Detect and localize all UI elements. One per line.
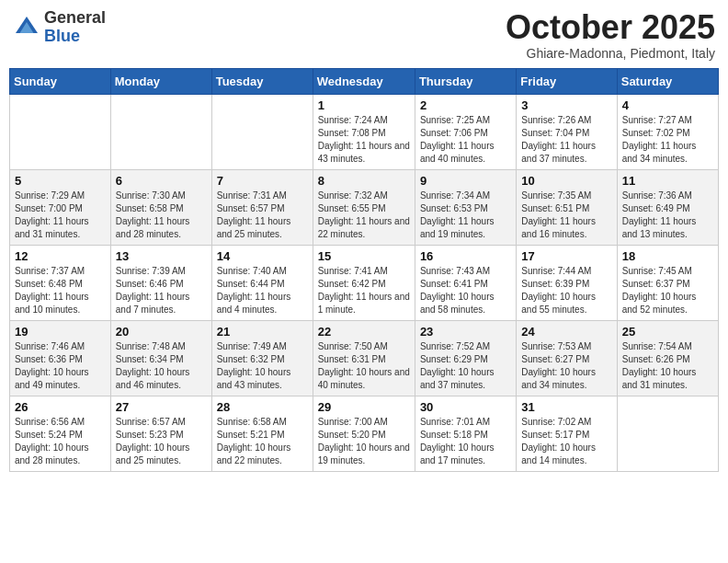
calendar-cell: 22Sunrise: 7:50 AM Sunset: 6:31 PM Dayli… — [313, 320, 415, 396]
calendar-cell: 17Sunrise: 7:44 AM Sunset: 6:39 PM Dayli… — [517, 245, 617, 320]
day-info: Sunrise: 7:30 AM Sunset: 6:58 PM Dayligh… — [116, 190, 207, 241]
weekday-header-row: SundayMondayTuesdayWednesdayThursdayFrid… — [10, 68, 719, 94]
calendar-cell: 6Sunrise: 7:30 AM Sunset: 6:58 PM Daylig… — [110, 169, 211, 245]
calendar-cell: 15Sunrise: 7:41 AM Sunset: 6:42 PM Dayli… — [313, 245, 415, 320]
title-block: October 2025 Ghiare-Madonna, Piedmont, I… — [506, 9, 715, 61]
calendar-cell: 3Sunrise: 7:26 AM Sunset: 7:04 PM Daylig… — [517, 94, 617, 169]
calendar-cell: 29Sunrise: 7:00 AM Sunset: 5:20 PM Dayli… — [313, 396, 415, 471]
day-info: Sunrise: 7:25 AM Sunset: 7:06 PM Dayligh… — [420, 114, 511, 166]
day-info: Sunrise: 7:50 AM Sunset: 6:31 PM Dayligh… — [318, 340, 410, 392]
calendar-cell — [110, 94, 211, 169]
calendar-cell: 27Sunrise: 6:57 AM Sunset: 5:23 PM Dayli… — [110, 396, 211, 471]
calendar-cell: 28Sunrise: 6:58 AM Sunset: 5:21 PM Dayli… — [211, 396, 313, 471]
day-number: 8 — [318, 174, 410, 188]
day-number: 24 — [521, 325, 611, 339]
calendar-cell: 9Sunrise: 7:34 AM Sunset: 6:53 PM Daylig… — [415, 169, 516, 245]
calendar-table: SundayMondayTuesdayWednesdayThursdayFrid… — [9, 68, 719, 472]
day-number: 17 — [521, 249, 611, 263]
location-subtitle: Ghiare-Madonna, Piedmont, Italy — [506, 46, 715, 61]
day-number: 18 — [622, 249, 713, 263]
page-header: General Blue October 2025 Ghiare-Madonna… — [9, 9, 719, 61]
week-row-5: 26Sunrise: 6:56 AM Sunset: 5:24 PM Dayli… — [10, 396, 719, 471]
calendar-cell: 16Sunrise: 7:43 AM Sunset: 6:41 PM Dayli… — [415, 245, 516, 320]
calendar-cell: 10Sunrise: 7:35 AM Sunset: 6:51 PM Dayli… — [517, 169, 617, 245]
calendar-cell: 20Sunrise: 7:48 AM Sunset: 6:34 PM Dayli… — [110, 320, 211, 396]
calendar-cell: 2Sunrise: 7:25 AM Sunset: 7:06 PM Daylig… — [415, 94, 516, 169]
day-info: Sunrise: 7:27 AM Sunset: 7:02 PM Dayligh… — [622, 114, 713, 166]
day-number: 16 — [420, 249, 511, 263]
day-number: 19 — [15, 325, 106, 339]
day-info: Sunrise: 7:31 AM Sunset: 6:57 PM Dayligh… — [217, 190, 308, 241]
day-info: Sunrise: 7:39 AM Sunset: 6:46 PM Dayligh… — [116, 265, 207, 316]
day-info: Sunrise: 7:32 AM Sunset: 6:55 PM Dayligh… — [318, 190, 410, 241]
calendar-cell: 23Sunrise: 7:52 AM Sunset: 6:29 PM Dayli… — [415, 320, 516, 396]
day-number: 14 — [217, 249, 308, 263]
weekday-header-sunday: Sunday — [10, 68, 111, 94]
day-info: Sunrise: 7:53 AM Sunset: 6:27 PM Dayligh… — [521, 340, 611, 392]
day-number: 11 — [622, 174, 713, 188]
calendar-cell: 4Sunrise: 7:27 AM Sunset: 7:02 PM Daylig… — [617, 94, 718, 169]
day-number: 7 — [217, 174, 308, 188]
day-number: 9 — [420, 174, 511, 188]
calendar-cell: 8Sunrise: 7:32 AM Sunset: 6:55 PM Daylig… — [313, 169, 415, 245]
logo-blue: Blue — [44, 27, 80, 45]
day-number: 1 — [318, 98, 410, 112]
calendar-cell: 19Sunrise: 7:46 AM Sunset: 6:36 PM Dayli… — [10, 320, 111, 396]
day-number: 27 — [116, 400, 207, 414]
day-info: Sunrise: 7:26 AM Sunset: 7:04 PM Dayligh… — [521, 114, 611, 166]
day-number: 3 — [521, 98, 611, 112]
day-number: 13 — [116, 249, 207, 263]
day-info: Sunrise: 7:37 AM Sunset: 6:48 PM Dayligh… — [15, 265, 106, 316]
logo: General Blue — [13, 9, 106, 46]
day-number: 6 — [116, 174, 207, 188]
day-info: Sunrise: 7:00 AM Sunset: 5:20 PM Dayligh… — [318, 416, 410, 467]
weekday-header-monday: Monday — [110, 68, 211, 94]
day-info: Sunrise: 7:46 AM Sunset: 6:36 PM Dayligh… — [15, 340, 106, 392]
calendar-cell: 13Sunrise: 7:39 AM Sunset: 6:46 PM Dayli… — [110, 245, 211, 320]
day-number: 26 — [15, 400, 106, 414]
calendar-cell: 11Sunrise: 7:36 AM Sunset: 6:49 PM Dayli… — [617, 169, 718, 245]
logo-text: General Blue — [44, 9, 106, 46]
day-info: Sunrise: 7:43 AM Sunset: 6:41 PM Dayligh… — [420, 265, 511, 316]
calendar-cell: 7Sunrise: 7:31 AM Sunset: 6:57 PM Daylig… — [211, 169, 313, 245]
day-info: Sunrise: 6:56 AM Sunset: 5:24 PM Dayligh… — [15, 416, 106, 467]
day-info: Sunrise: 7:44 AM Sunset: 6:39 PM Dayligh… — [521, 265, 611, 316]
day-info: Sunrise: 6:58 AM Sunset: 5:21 PM Dayligh… — [217, 416, 308, 467]
logo-icon — [13, 14, 40, 41]
day-number: 21 — [217, 325, 308, 339]
day-info: Sunrise: 7:54 AM Sunset: 6:26 PM Dayligh… — [622, 340, 713, 392]
weekday-header-friday: Friday — [517, 68, 617, 94]
calendar-cell — [211, 94, 313, 169]
day-number: 4 — [622, 98, 713, 112]
day-info: Sunrise: 7:24 AM Sunset: 7:08 PM Dayligh… — [318, 114, 410, 166]
calendar-cell — [617, 396, 718, 471]
calendar-cell: 21Sunrise: 7:49 AM Sunset: 6:32 PM Dayli… — [211, 320, 313, 396]
day-number: 29 — [318, 400, 410, 414]
calendar-cell: 1Sunrise: 7:24 AM Sunset: 7:08 PM Daylig… — [313, 94, 415, 169]
day-info: Sunrise: 7:01 AM Sunset: 5:18 PM Dayligh… — [420, 416, 511, 467]
calendar-cell: 24Sunrise: 7:53 AM Sunset: 6:27 PM Dayli… — [517, 320, 617, 396]
day-number: 31 — [521, 400, 611, 414]
day-info: Sunrise: 7:35 AM Sunset: 6:51 PM Dayligh… — [521, 190, 611, 241]
month-title: October 2025 — [506, 9, 715, 46]
day-info: Sunrise: 7:48 AM Sunset: 6:34 PM Dayligh… — [116, 340, 207, 392]
day-number: 5 — [15, 174, 106, 188]
day-number: 22 — [318, 325, 410, 339]
day-number: 28 — [217, 400, 308, 414]
day-info: Sunrise: 7:29 AM Sunset: 7:00 PM Dayligh… — [15, 190, 106, 241]
weekday-header-tuesday: Tuesday — [211, 68, 313, 94]
day-number: 30 — [420, 400, 511, 414]
weekday-header-thursday: Thursday — [415, 68, 516, 94]
calendar-cell: 18Sunrise: 7:45 AM Sunset: 6:37 PM Dayli… — [617, 245, 718, 320]
calendar-cell: 26Sunrise: 6:56 AM Sunset: 5:24 PM Dayli… — [10, 396, 111, 471]
logo-general: General — [44, 8, 106, 27]
day-number: 15 — [318, 249, 410, 263]
week-row-3: 12Sunrise: 7:37 AM Sunset: 6:48 PM Dayli… — [10, 245, 719, 320]
day-number: 23 — [420, 325, 511, 339]
day-info: Sunrise: 6:57 AM Sunset: 5:23 PM Dayligh… — [116, 416, 207, 467]
weekday-header-wednesday: Wednesday — [313, 68, 415, 94]
day-number: 2 — [420, 98, 511, 112]
day-number: 25 — [622, 325, 713, 339]
calendar-cell — [10, 94, 111, 169]
calendar-cell: 31Sunrise: 7:02 AM Sunset: 5:17 PM Dayli… — [517, 396, 617, 471]
